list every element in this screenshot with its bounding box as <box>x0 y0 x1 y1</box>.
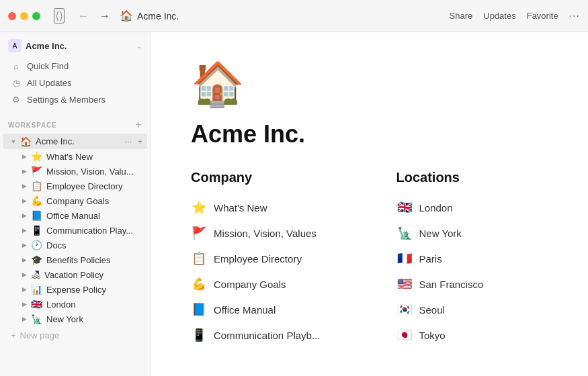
company-items: ⭐ What's New 🚩 Mission, Vision, Values 📋… <box>191 196 343 346</box>
sidebar-item-office-manual[interactable]: ▶ 📘 Office Manual <box>13 208 147 223</box>
more-options-button[interactable]: ··· <box>569 10 580 22</box>
san-francisco-link: San Francisco <box>419 279 484 290</box>
chevron-right-icon: ▶ <box>19 269 30 280</box>
expense-policy-label: Expense Policy <box>46 285 144 295</box>
sidebar-item-benefits[interactable]: ▶ 🎓 Benefits Policies <box>13 252 147 267</box>
workspace-logo: A <box>8 39 22 52</box>
employee-directory-label: Employee Directory <box>46 181 144 191</box>
workspace-name: Acme Inc. <box>26 41 132 51</box>
workspace-chevron-icon: ⌄ <box>136 42 142 50</box>
chevron-right-icon: ▶ <box>19 210 30 221</box>
forward-button[interactable]: → <box>97 9 113 23</box>
settings-label: Settings & Members <box>27 95 106 105</box>
company-item-whats-new[interactable]: ⭐ What's New <box>191 196 343 219</box>
sidebar-item-acme-inc[interactable]: ▼ 🏠 Acme Inc. ··· + <box>3 134 147 149</box>
sidebar-item-employee-directory[interactable]: ▶ 📋 Employee Directory <box>13 179 147 193</box>
location-item-tokyo[interactable]: 🇯🇵 Tokyo <box>396 324 548 346</box>
sidebar-item-communication[interactable]: ▶ 📱 Communication Play... <box>13 223 147 238</box>
vacation-policy-label: Vacation Policy <box>44 270 144 280</box>
company-item-office-manual[interactable]: 📘 Office Manual <box>191 298 343 321</box>
new-page-button[interactable]: + New page <box>3 326 147 344</box>
location-items: 🇬🇧 London 🗽 New York 🇫🇷 Paris 🇺🇸 San Fra… <box>396 196 548 346</box>
san-francisco-icon: 🇺🇸 <box>396 277 413 291</box>
workspace-header[interactable]: A Acme Inc. ⌄ <box>0 32 150 56</box>
workspace-section-label: WORKSPACE <box>8 122 57 129</box>
share-button[interactable]: Share <box>450 11 473 21</box>
chevron-down-icon: ▼ <box>8 136 19 147</box>
minimize-dot[interactable] <box>20 12 28 20</box>
main-content: 🏠 Acme Inc. Company ⭐ What's New 🚩 Missi… <box>151 32 588 376</box>
page-icon: 🏠 <box>120 9 133 22</box>
new-page-label: New page <box>20 330 60 340</box>
item-add-button[interactable]: + <box>135 136 144 147</box>
close-dot[interactable] <box>8 12 16 20</box>
location-item-paris[interactable]: 🇫🇷 Paris <box>396 247 548 270</box>
tree-item-actions: ··· + <box>123 136 144 147</box>
mission-icon: 🚩 <box>191 226 207 240</box>
back-button[interactable]: ← <box>75 9 91 23</box>
location-item-seoul[interactable]: 🇰🇷 Seoul <box>396 298 548 321</box>
company-column: Company ⭐ What's New 🚩 Mission, Vision, … <box>191 170 343 346</box>
company-item-employee-directory[interactable]: 📋 Employee Directory <box>191 247 343 270</box>
company-heading: Company <box>191 170 343 185</box>
titlebar-actions: Share Updates Favorite ··· <box>450 10 580 22</box>
office-manual-label: Office Manual <box>46 211 144 221</box>
chevron-right-icon: ▶ <box>19 225 30 236</box>
page-header: 🏠 Acme Inc. <box>191 59 548 148</box>
whats-new-link: What's New <box>214 202 267 214</box>
sidebar-nav: ⌕ Quick Find ◷ All Updates ⚙ Settings & … <box>0 56 150 113</box>
titlebar: ⟨⟩ ← → 🏠 Acme Inc. Share Updates Favorit… <box>0 0 588 32</box>
acme-page-icon: 🏠 <box>20 136 32 147</box>
sidebar-item-mission[interactable]: ▶ 🚩 Mission, Vision, Valu... <box>13 164 147 179</box>
add-page-button[interactable]: + <box>136 119 142 131</box>
sidebar-item-whats-new[interactable]: ▶ ⭐ What's New <box>13 149 147 164</box>
updates-button[interactable]: Updates <box>483 11 515 21</box>
sidebar-item-docs[interactable]: ▶ 🕐 Docs <box>13 238 147 252</box>
chevron-right-icon: ▶ <box>19 284 30 295</box>
chevron-right-icon: ▶ <box>19 166 30 177</box>
chevron-right-icon: ▶ <box>19 254 30 265</box>
benefits-label: Benefits Policies <box>46 255 144 265</box>
all-updates-label: All Updates <box>27 78 71 88</box>
london-icon: 🇬🇧 <box>396 200 413 215</box>
favorite-button[interactable]: Favorite <box>527 11 558 21</box>
company-goals-label: Company Goals <box>46 196 144 206</box>
communication-link: Communication Playb... <box>214 330 320 341</box>
chevron-right-icon: ▶ <box>19 299 30 310</box>
maximize-dot[interactable] <box>32 12 40 20</box>
london-link: London <box>419 202 453 214</box>
chevron-right-icon: ▶ <box>19 151 30 162</box>
sidebar-item-company-goals[interactable]: ▶ 💪 Company Goals <box>13 193 147 208</box>
sidebar-item-new-york[interactable]: ▶ 🗽 New York <box>13 312 147 326</box>
company-item-communication[interactable]: 📱 Communication Playb... <box>191 324 343 346</box>
add-icon: + <box>11 330 16 340</box>
sidebar-item-london[interactable]: ▶ 🇬🇧 London <box>13 297 147 312</box>
sidebar-item-all-updates[interactable]: ◷ All Updates <box>3 75 147 91</box>
location-item-new-york[interactable]: 🗽 New York <box>396 222 548 244</box>
collapse-sidebar-button[interactable]: ⟨⟩ <box>54 8 65 23</box>
sidebar-item-vacation-policy[interactable]: ▶ 🏖 Vacation Policy <box>13 267 147 282</box>
office-manual-icon: 📘 <box>191 302 207 317</box>
tokyo-link: Tokyo <box>419 330 446 341</box>
paris-icon: 🇫🇷 <box>396 251 413 266</box>
page-title-bar: Acme Inc. <box>137 11 450 21</box>
communication-icon: 📱 <box>191 328 207 342</box>
new-york-label: New York <box>46 314 144 324</box>
locations-heading: Locations <box>396 170 548 185</box>
settings-icon: ⚙ <box>11 95 22 105</box>
sidebar-item-expense-policy[interactable]: ▶ 📊 Expense Policy <box>13 282 147 297</box>
company-item-goals[interactable]: 💪 Company Goals <box>191 273 343 295</box>
london-label: London <box>46 299 144 310</box>
item-more-button[interactable]: ··· <box>123 136 134 147</box>
location-item-london[interactable]: 🇬🇧 London <box>396 196 548 219</box>
company-item-mission[interactable]: 🚩 Mission, Vision, Values <box>191 222 343 244</box>
communication-label: Communication Play... <box>46 226 144 236</box>
location-item-san-francisco[interactable]: 🇺🇸 San Francisco <box>396 273 548 295</box>
acme-page-label: Acme Inc. <box>36 136 122 146</box>
content-columns: Company ⭐ What's New 🚩 Mission, Vision, … <box>191 170 548 346</box>
whats-new-icon: ⭐ <box>191 200 207 215</box>
sidebar-item-quick-find[interactable]: ⌕ Quick Find <box>3 58 147 75</box>
nav-buttons: ← → <box>75 9 113 23</box>
sidebar-item-settings[interactable]: ⚙ Settings & Members <box>3 91 147 108</box>
quick-find-label: Quick Find <box>27 61 69 71</box>
